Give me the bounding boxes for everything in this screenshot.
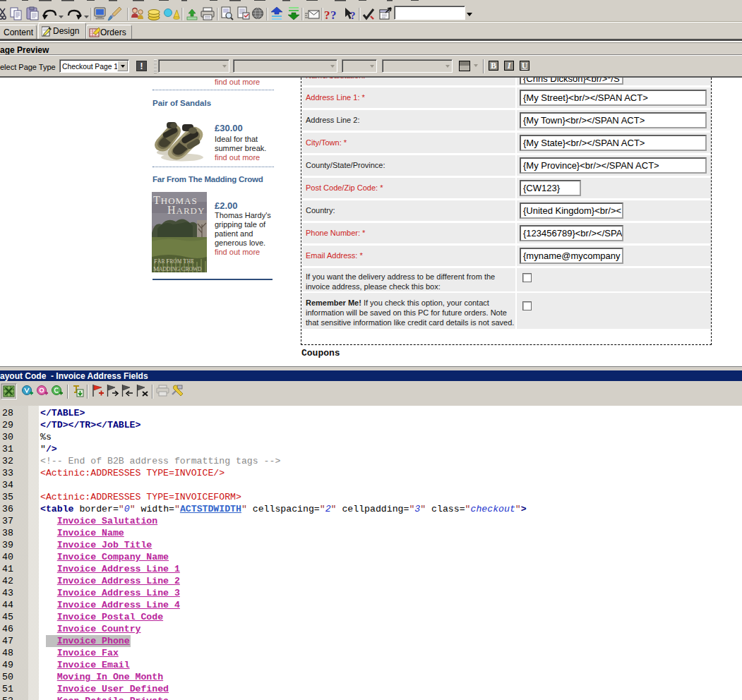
svg-text:?: ? bbox=[350, 10, 356, 21]
svg-text:HARDY: HARDY bbox=[167, 204, 205, 216]
svg-text:FAR FROM THE: FAR FROM THE bbox=[154, 258, 194, 265]
svg-text:?: ? bbox=[330, 8, 337, 22]
svg-text:?: ? bbox=[324, 8, 330, 22]
svg-text:MADDING CROWD: MADDING CROWD bbox=[153, 265, 202, 272]
